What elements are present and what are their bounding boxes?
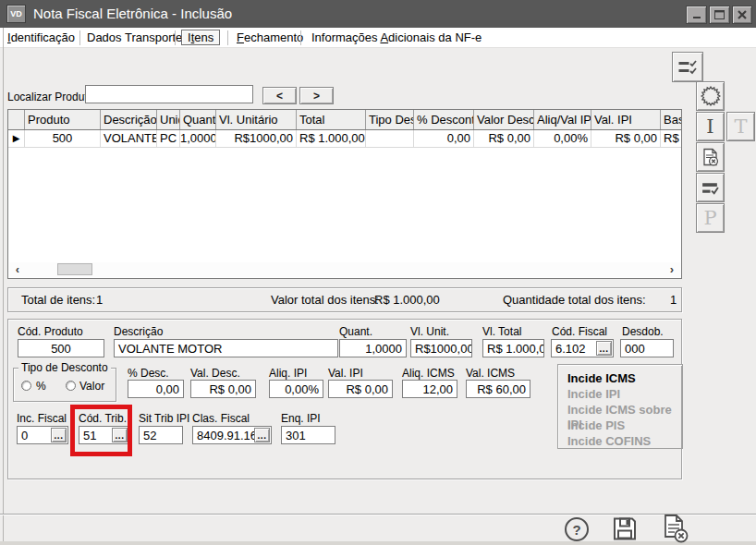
inc-fiscal-value: 0: [21, 429, 28, 442]
column-header-marker: [8, 110, 25, 129]
clas-fiscal-value: 8409.91.16: [197, 429, 257, 442]
tipo-desconto-group: Tipo de Desconto % Valor: [13, 368, 116, 402]
minimize-icon: [692, 11, 701, 19]
inc-fiscal-field[interactable]: 0 ...: [17, 426, 68, 444]
tab-separator: [79, 30, 80, 45]
tab-separator: [175, 30, 176, 45]
descricao-label: Descrição: [114, 325, 163, 338]
scroll-right-icon[interactable]: ›: [665, 262, 678, 277]
cod-produto-field[interactable]: 500: [18, 339, 104, 357]
horizontal-scrollbar[interactable]: ‹ ›: [9, 262, 680, 277]
cod-fiscal-value: 6.102: [555, 342, 586, 356]
save-button[interactable]: [612, 515, 638, 545]
pct-desc-field[interactable]: 0,00: [128, 380, 184, 398]
svg-text:?: ?: [572, 522, 580, 538]
valor-total-value: R$ 1.000,00: [374, 288, 440, 311]
app-window: { "window": { "icon_label": "VD", "title…: [0, 0, 756, 545]
previous-item-button[interactable]: <: [262, 87, 297, 104]
cell-vl-unitario: R$1000,00: [216, 130, 297, 147]
tab-itens[interactable]: Itens: [181, 30, 220, 45]
cod-trib-lookup-button[interactable]: ...: [112, 428, 128, 442]
scroll-left-icon[interactable]: ‹: [11, 262, 24, 277]
clas-fiscal-lookup-button[interactable]: ...: [254, 428, 270, 442]
column-header-total[interactable]: Total: [297, 110, 366, 129]
tab-dados-transporte[interactable]: Dados Transporte: [87, 28, 182, 48]
column-header-aliq-val-ipi[interactable]: Aliq/Val IPI: [534, 110, 591, 129]
p-button-disabled: P: [696, 203, 725, 233]
inc-fiscal-lookup-button[interactable]: ...: [51, 428, 67, 442]
desdob-field[interactable]: 000: [620, 339, 674, 357]
descricao-field[interactable]: VOLANTE MOTOR: [114, 339, 338, 357]
column-header-descricao[interactable]: Descrição: [101, 110, 157, 129]
title-bar: VD Nota Fiscal Eletrônica - Inclusão: [0, 0, 756, 28]
vl-total-label: Vl. Total: [482, 325, 521, 338]
window-bottom-edge: [0, 541, 756, 545]
item-button[interactable]: I: [696, 112, 725, 141]
sit-trib-ipi-field[interactable]: 52: [139, 426, 183, 444]
column-header-quant[interactable]: Quant.: [180, 110, 216, 129]
remove-item-button[interactable]: [696, 142, 725, 172]
tipo-desconto-title: Tipo de Desconto: [18, 361, 111, 374]
tab-informacoes-adicionais[interactable]: Informações Adicionais da NF-e: [311, 28, 482, 48]
cell-total: R$ 1.000,00: [297, 130, 366, 147]
radio-valor[interactable]: [66, 381, 76, 391]
badge-button[interactable]: [696, 81, 725, 111]
cancel-button[interactable]: [658, 513, 689, 545]
column-header-valor-desc[interactable]: Valor Desc: [474, 110, 534, 129]
cod-fiscal-field[interactable]: 6.102 ...: [551, 339, 614, 357]
maximize-button[interactable]: [709, 6, 730, 24]
localizar-produto-input[interactable]: [85, 85, 253, 103]
cell-descricao: VOLANTE MOTOR: [101, 130, 157, 147]
table-row[interactable]: ▶ 500 VOLANTE MOTOR PC 1,0000 R$1000,00 …: [8, 130, 681, 148]
column-header-val-ipi[interactable]: Val. IPI: [591, 110, 661, 129]
quant-label: Quant.: [339, 325, 372, 338]
cod-fiscal-label: Cód. Fiscal: [552, 325, 607, 338]
val-ipi-field[interactable]: R$ 0,00: [328, 380, 393, 398]
val-icms-label: Val. ICMS: [466, 367, 515, 380]
column-header-base[interactable]: Bas: [661, 110, 681, 129]
bottom-separator: [0, 514, 756, 515]
close-button[interactable]: [732, 6, 752, 24]
vl-total-field[interactable]: R$ 1.000,00: [482, 339, 544, 357]
cod-fiscal-lookup-button[interactable]: ...: [596, 341, 612, 356]
tab-fechamento[interactable]: Fechamento: [237, 28, 303, 48]
vl-unit-field[interactable]: R$1000,00: [410, 339, 472, 357]
apply-items-button[interactable]: [696, 173, 725, 202]
column-header-vl-unitario[interactable]: Vl. Unitário: [216, 110, 297, 129]
items-table: Produto Descrição Unid Quant. Vl. Unitár…: [7, 109, 682, 279]
next-item-button[interactable]: >: [299, 87, 334, 104]
val-desc-field[interactable]: R$ 0,00: [190, 380, 256, 398]
window-left-edge: [3, 28, 4, 541]
aliq-ipi-field[interactable]: 0,00%: [269, 380, 323, 398]
cod-produto-label: Cód. Produto: [18, 325, 83, 338]
aliq-icms-label: Aliq. ICMS: [402, 367, 455, 380]
tab-bar: Identificação Dados Transporte Itens Fec…: [0, 28, 756, 48]
clas-fiscal-field[interactable]: 8409.91.16 ...: [192, 426, 272, 444]
column-header-produto[interactable]: Produto: [25, 110, 101, 129]
minimize-button[interactable]: [686, 6, 707, 24]
quantidade-total-label: Quantidade total dos itens:: [503, 288, 646, 311]
localizar-produto-label: Localizar Produto: [7, 91, 93, 103]
tab-identificacao[interactable]: Identificação: [7, 28, 75, 48]
quant-field[interactable]: 1,0000: [339, 339, 407, 357]
save-floppy-icon: [612, 515, 638, 542]
enq-ipi-field[interactable]: 301: [281, 426, 335, 444]
cancel-document-icon: [658, 513, 689, 544]
column-header-tipo-desc[interactable]: Tipo Desc.: [366, 110, 414, 129]
inc-fiscal-label: Inc. Fiscal: [17, 412, 67, 425]
column-header-pct-desconto[interactable]: % Desconto: [414, 110, 474, 129]
val-icms-field[interactable]: R$ 60,00: [466, 380, 530, 398]
aliq-icms-field[interactable]: 12,00: [402, 380, 457, 398]
column-header-unid[interactable]: Unid: [157, 110, 180, 129]
enq-ipi-label: Enq. IPI: [281, 412, 321, 425]
letter-t-icon: T: [734, 117, 747, 137]
incide-ipi-indicator: Incide IPI: [567, 387, 682, 403]
help-icon: ?: [564, 516, 590, 542]
radio-percent[interactable]: [21, 381, 31, 391]
totals-bar: Total de itens: 1 Valor total dos itens:…: [7, 287, 682, 312]
scrollbar-thumb[interactable]: [57, 263, 92, 275]
help-button[interactable]: ?: [564, 516, 590, 545]
confirm-items-button[interactable]: [672, 52, 703, 82]
cod-trib-field[interactable]: 51 ...: [79, 426, 129, 444]
radio-valor-label: Valor: [79, 380, 104, 393]
